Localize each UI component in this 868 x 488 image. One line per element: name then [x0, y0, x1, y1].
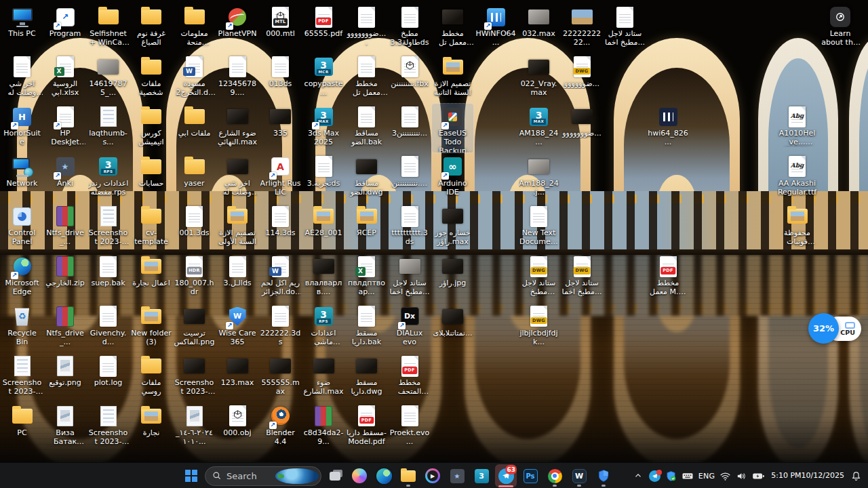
desktop-icon[interactable]: 555555.max [260, 353, 301, 402]
desktop-icon[interactable]: HDR180_007.hdr [174, 253, 215, 302]
desktop-icon[interactable]: ↗↗Program [45, 4, 86, 53]
desktop-icon[interactable]: اخر شي وصلت له ضوووووو [217, 154, 258, 203]
desktop-icon[interactable]: yaser [174, 154, 215, 203]
desktop-icon[interactable]: 123.max [217, 353, 258, 402]
desktop-icon[interactable]: ↗PlanetVPN [217, 4, 258, 53]
desktop-icon[interactable]: PDFمسقط داريا-Model.pdf [346, 403, 387, 452]
desktop-icon[interactable]: 3ننننننننن... [389, 104, 431, 152]
desktop-icon[interactable]: DWGستاند لاجل مطبخ اخما... [561, 253, 603, 302]
start-button[interactable] [180, 464, 202, 487]
desktop-icon[interactable]: راؤر.jpg [432, 253, 473, 302]
desktop-icon[interactable]: ستاند لاجل مطبخ اخما... [604, 4, 646, 53]
taskbar-photoshop[interactable]: Ps [519, 464, 541, 487]
desktop-icon[interactable]: مساقط الضو.bak [346, 104, 387, 152]
desktop-icon[interactable]: 222222.3ds [260, 304, 301, 352]
desktop-icon[interactable]: PDFمخطط المتحف شع... [389, 353, 431, 402]
tray-security-shield-icon[interactable] [663, 466, 679, 486]
desktop-icon[interactable]: Виза Батак Ясер.jpg [45, 403, 86, 452]
taskbar-3ds-max[interactable]: 3 [471, 464, 492, 487]
desktop-icon[interactable]: ستاند لاجل مطبخ اخما... [389, 253, 431, 302]
desktop-icon[interactable]: ضوء الشارع.max [303, 353, 344, 402]
desktop-icon[interactable]: 013ds [260, 54, 301, 103]
desktop-icon[interactable]: اعمال نجارة [131, 253, 172, 302]
desktop-icon[interactable]: ٢٠٢٤-٦-١٤_١٠١٠... [174, 403, 215, 452]
desktop-icon[interactable]: 032.max [518, 4, 559, 53]
desktop-icon[interactable]: Network [1, 154, 43, 203]
desktop-icon[interactable]: ننننننننن.fbx [389, 54, 431, 103]
desktop-icon[interactable]: 001.3ds [174, 203, 215, 252]
desktop-icon[interactable]: PDF65555.pdf [303, 4, 344, 53]
desktop-icon[interactable]: Screenshot 2023-06-... [174, 353, 215, 402]
desktop-icon[interactable]: laqthumb-s... [87, 104, 129, 152]
desktop-icon[interactable]: DWGjlbjlcbdjfdjk... [518, 304, 559, 352]
desktop-icon[interactable]: ↗Microsoft Edge [1, 253, 43, 302]
desktop-icon[interactable]: ЯCEP [346, 203, 387, 252]
desktop-icon[interactable]: plot.log [87, 353, 129, 402]
taskbar-chrome[interactable] [544, 464, 566, 487]
desktop-icon[interactable]: New folder (3) [131, 304, 172, 352]
desktop-icon[interactable]: مسقط داريا.bak [346, 304, 387, 352]
desktop-icon[interactable]: نننننننننن.... [389, 154, 431, 203]
desktop-icon[interactable]: Screenshot 2023-01-... [87, 203, 129, 252]
desktop-icon[interactable]: ضووووووو.... [346, 4, 387, 53]
volume-icon[interactable] [734, 466, 749, 486]
desktop-icon[interactable]: Proekt.evo... [389, 403, 431, 452]
wifi-icon[interactable] [717, 466, 733, 486]
desktop-icon[interactable]: ملفات روسي [131, 353, 172, 402]
desktop-icon[interactable]: مخطط معمل تل كردي.bak [346, 54, 387, 103]
desktop-icon[interactable]: اخر شي وصلت له ضوووووو... [1, 54, 43, 103]
desktop-icon[interactable]: ★↗Anki [45, 154, 86, 203]
desktop-icon[interactable]: ↗HP DeskJet 2130 series... [45, 104, 86, 152]
desktop-icon[interactable]: خساره جوز راؤر.max [432, 203, 473, 252]
desktop-icon[interactable]: الخارجي.zip [45, 253, 86, 302]
desktop-icon[interactable]: نجارة [131, 403, 172, 452]
desktop-icon[interactable]: ♻Recycle Bin [1, 304, 43, 352]
battery-icon[interactable] [750, 466, 767, 486]
desktop-icon[interactable]: 114.3ds [260, 203, 301, 252]
desktop-icon[interactable]: Xпвлдптвоар... [346, 253, 387, 302]
desktop-icon[interactable]: ↗EaseUS Todo Backup Home [432, 104, 473, 152]
taskbar-file-explorer[interactable] [397, 464, 419, 487]
desktop-icon[interactable]: ∞↗Arduino IDE [432, 154, 473, 203]
desktop-icon[interactable]: معلومات منحة الروسية [174, 4, 215, 53]
desktop-icon[interactable]: ↗Blender 4.4 [260, 403, 301, 452]
desktop-icon[interactable]: suep.bak [87, 253, 129, 302]
desktop-icon[interactable]: 2222222222... [561, 4, 603, 53]
desktop-icon[interactable]: حسابات [131, 154, 172, 203]
desktop-icon[interactable]: محفوظة فوتبات حمدي [776, 203, 818, 252]
desktop-icon[interactable]: Wمسودة التخرج2.docx [174, 54, 215, 103]
desktop-icon-grid[interactable]: This PC↗↗ProgramSelfishnet + WinCap (Wi.… [0, 0, 868, 462]
desktop-icon[interactable]: cv-template [131, 203, 172, 252]
desktop-icon[interactable]: Wريم اكل لحم الجزائر.docx [260, 253, 301, 302]
desktop-icon[interactable]: تجربة.3ds [303, 154, 344, 203]
taskbar-windows-security[interactable] [593, 464, 614, 487]
tray-chevron-up-icon[interactable] [631, 466, 646, 486]
taskbar-media-player[interactable]: ▶ [422, 464, 443, 487]
desktop-icon[interactable]: مساقط الضو.dwg [346, 154, 387, 203]
desktop-icon[interactable]: Control Panel [1, 203, 43, 252]
desktop-icon[interactable]: Ntfs_drive_... [45, 304, 86, 352]
desktop-icon[interactable]: PC [1, 403, 43, 452]
desktop-icon[interactable]: تصميم الازة السنة الأولى [217, 203, 258, 252]
search-highlight-earth-icon[interactable] [275, 468, 319, 484]
desktop-icon[interactable]: c8d34da2-9... [303, 403, 344, 452]
touch-keyboard-icon[interactable] [679, 466, 696, 486]
cpu-widget[interactable]: CPU 32% [808, 313, 864, 344]
desktop-icon[interactable]: 123456789.... [217, 54, 258, 103]
desktop-icon[interactable]: Selfishnet + WinCap (Wi... [87, 4, 129, 53]
desktop-icon[interactable]: مسقط داريا.dwg [346, 353, 387, 402]
taskbar-telegram[interactable]: 63 [495, 464, 517, 487]
desktop-icon[interactable]: This PC [1, 4, 43, 53]
desktop-icon[interactable]: Givenchy.d... [87, 304, 129, 352]
desktop-icon[interactable]: Learn about this picture [820, 4, 861, 53]
desktop-icon[interactable]: H↗HonorSuite [1, 104, 43, 152]
desktop-icon[interactable]: مطبخ طاولة3.3ds [389, 4, 431, 53]
desktop-icon[interactable]: A↗Arlight Rus LIC [260, 154, 301, 203]
taskbar-task-view[interactable] [324, 464, 346, 487]
desktop-icon[interactable]: مخطط معمل تل كردي.dwg [432, 4, 473, 53]
taskbar-clock[interactable]: 5:10 PM 10/12/2025 [768, 466, 848, 486]
desktop-icon[interactable]: 3MAX↗3ds Max 2025 [303, 104, 344, 152]
desktop-icon[interactable]: ملفات ابي [174, 104, 215, 152]
taskbar-copilot[interactable] [349, 464, 370, 487]
desktop-icon[interactable]: نمتاتنلابلاى... [432, 304, 473, 352]
